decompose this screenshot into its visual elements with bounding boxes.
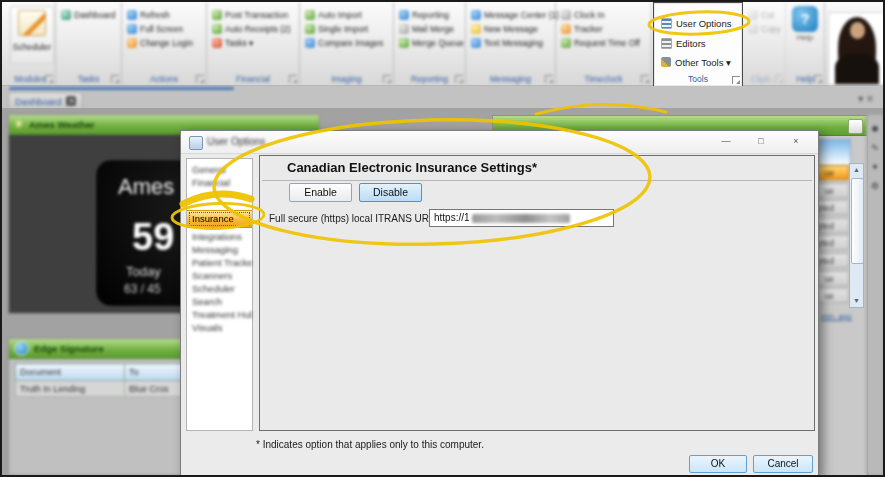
chevron-down-icon[interactable]: ▾: [858, 93, 867, 104]
itrans-url-label: Full secure (https) local ITRANS URL*: [269, 213, 439, 224]
dialog-launcher-icon[interactable]: [383, 75, 391, 83]
ribbon-item-reporting[interactable]: Reporting: [399, 9, 463, 21]
brush-icon[interactable]: ✦: [867, 162, 883, 172]
ribbon-item-user-options[interactable]: User Options: [661, 16, 738, 30]
ribbon-item-label: Post Transaction: [225, 10, 288, 20]
sidebar-item[interactable]: Patient Tracker: [187, 256, 252, 269]
ribbon-item-compare-images[interactable]: Compare Images: [305, 37, 391, 49]
edge-signature-icon: [14, 341, 29, 356]
pin-icon[interactable]: ✱: [867, 124, 883, 134]
scrollbar-thumb[interactable]: [851, 178, 864, 264]
ribbon-item-label: Text Messaging: [484, 38, 543, 48]
merge-queue-icon: [399, 38, 409, 48]
dialog-launcher-icon[interactable]: [775, 75, 783, 83]
dialog-launcher-icon[interactable]: [111, 75, 119, 83]
ribbon-item-tracker[interactable]: Tracker: [561, 23, 649, 35]
sky-thumbnail: [818, 139, 851, 167]
ribbon-item-editors[interactable]: Editors: [661, 36, 738, 50]
ribbon-item-new-message[interactable]: New Message: [471, 23, 553, 35]
dialog-launcher-icon[interactable]: [45, 75, 53, 83]
ribbon-item-text-messaging[interactable]: Text Messaging: [471, 37, 553, 49]
minimize-icon[interactable]: —: [714, 134, 738, 150]
itrans-url-input[interactable]: https://1: [429, 209, 614, 227]
sidebar-item[interactable]: Insurance: [187, 210, 252, 228]
maximize-icon[interactable]: □: [749, 134, 773, 150]
scroll-up-icon[interactable]: ▲: [850, 164, 863, 176]
ribbon-item-label: Auto Receipts (2): [225, 24, 291, 34]
help-icon: ?: [792, 6, 818, 32]
sidebar-item[interactable]: Messaging: [187, 243, 252, 256]
sidebar-item[interactable]: Visuals: [187, 321, 252, 334]
disable-button[interactable]: Disable: [359, 183, 422, 202]
dialog-launcher-icon[interactable]: [455, 75, 463, 83]
help-button[interactable]: ? Help: [791, 6, 819, 48]
settings-icon[interactable]: ⚙: [867, 181, 883, 191]
sidebar-item[interactable]: Treatment Hub: [187, 308, 252, 321]
dialog-launcher-icon[interactable]: [814, 75, 822, 83]
dialog-launcher-icon[interactable]: [732, 76, 740, 84]
sidebar-item[interactable]: General: [187, 163, 252, 176]
tab-strip: Dashboard × ▾≡: [2, 86, 883, 108]
scroll-down-icon[interactable]: ▼: [850, 295, 863, 307]
ribbon-item-label: Copy: [761, 24, 781, 34]
ribbon-item-label: New Message: [484, 24, 538, 34]
reporting-icon: [399, 10, 409, 20]
ribbon-item-auto-receipts[interactable]: Auto Receipts (2): [212, 23, 297, 35]
sidebar-item[interactable]: Scanners: [187, 269, 252, 282]
ok-button[interactable]: OK: [689, 455, 747, 473]
sidebar-item[interactable]: Search: [187, 295, 252, 308]
full-screen-icon: [127, 24, 137, 34]
change-login-icon: [127, 38, 137, 48]
ribbon-item-clock-in[interactable]: Clock In: [561, 9, 649, 21]
ribbon-item-cut[interactable]: Cut: [748, 9, 783, 21]
dialog-launcher-icon[interactable]: [641, 75, 649, 83]
tabstrip-menu-icons[interactable]: ▾≡: [858, 93, 877, 104]
ribbon-item-refresh[interactable]: Refresh: [127, 9, 204, 21]
ribbon-item-auto-import[interactable]: Auto Import: [305, 9, 391, 21]
column-header-to[interactable]: To: [125, 364, 186, 381]
ribbon-item-merge-queue[interactable]: Merge Queue: [399, 37, 463, 49]
tracker-icon: [561, 24, 571, 34]
ribbon-item-dashboard[interactable]: Dashboard: [61, 9, 119, 21]
enable-button[interactable]: Enable: [289, 183, 352, 202]
edit-icon[interactable]: ✎: [867, 143, 883, 153]
menu-icon[interactable]: ≡: [867, 93, 877, 104]
close-icon[interactable]: ×: [784, 134, 808, 150]
sidebar-item[interactable]: Financial: [187, 176, 252, 189]
ribbon-item-copy[interactable]: Copy: [748, 23, 783, 35]
request-time-off-icon: [561, 38, 571, 48]
dialog-titlebar[interactable]: User Options — □ ×: [181, 131, 818, 154]
ribbon-group-actions: Refresh Full Screen Change Login Actions: [122, 2, 207, 85]
scheduler-button[interactable]: Scheduler: [10, 6, 54, 64]
ribbon-item-label: Refresh: [140, 10, 170, 20]
column-header-document[interactable]: Document: [16, 364, 125, 381]
sidebar-item[interactable]: Integrations: [187, 230, 252, 243]
ribbon-item-mail-merge[interactable]: Mail Merge: [399, 23, 463, 35]
ribbon-item-label: Cut: [761, 10, 774, 20]
ribbon-item-request-time-off[interactable]: Request Time Off: [561, 37, 649, 49]
vertical-scrollbar[interactable]: ▲ ▼: [849, 163, 864, 308]
ribbon-item-tasks-menu[interactable]: Tasks ▾: [212, 37, 297, 49]
ribbon-item-message-center[interactable]: Message Center (1): [471, 9, 553, 21]
tab-dashboard[interactable]: Dashboard ×: [8, 92, 83, 109]
ribbon-group-timeclock: Clock In Tracker Request Time Off Timecl…: [556, 2, 652, 85]
refreshed-ago-link[interactable]: min. ago: [821, 312, 852, 321]
widget-menu-button[interactable]: [848, 119, 863, 134]
tab-close-icon[interactable]: ×: [66, 96, 76, 106]
dialog-launcher-icon[interactable]: [545, 75, 553, 83]
dialog-launcher-icon[interactable]: [289, 75, 297, 83]
wrench-icon: [661, 57, 671, 67]
ribbon-item-other-tools[interactable]: Other Tools ▾: [661, 55, 738, 69]
ribbon-item-change-login[interactable]: Change Login: [127, 37, 204, 49]
dialog-sidebar: General Financial Insurance Integrations…: [186, 158, 253, 431]
ribbon-item-label: Editors: [676, 38, 706, 49]
dialog-launcher-icon[interactable]: [196, 75, 204, 83]
auto-import-icon: [305, 10, 315, 20]
ribbon-item-full-screen[interactable]: Full Screen: [127, 23, 204, 35]
sidebar-item[interactable]: Scheduler: [187, 282, 252, 295]
ribbon-group-imaging: Auto Import Single Import Compare Images…: [300, 2, 394, 85]
cancel-button[interactable]: Cancel: [753, 455, 813, 473]
ribbon-item-post-transaction[interactable]: Post Transaction: [212, 9, 297, 21]
ribbon-item-single-import[interactable]: Single Import: [305, 23, 391, 35]
weather-day-label: Today: [126, 264, 161, 279]
